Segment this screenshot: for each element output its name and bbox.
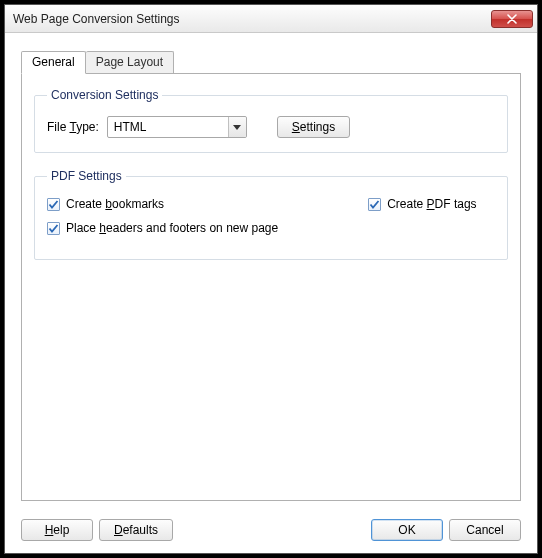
create-pdf-tags-label: Create PDF tags (387, 197, 476, 211)
help-button[interactable]: Help (21, 519, 93, 541)
create-bookmarks-label: Create bookmarks (66, 197, 164, 211)
close-icon (507, 14, 517, 24)
window-title: Web Page Conversion Settings (13, 12, 491, 26)
dialog-footer: Help Defaults OK Cancel (5, 511, 537, 553)
cancel-button[interactable]: Cancel (449, 519, 521, 541)
dialog-content: General Page Layout Conversion Settings … (5, 33, 537, 511)
ok-button[interactable]: OK (371, 519, 443, 541)
pdf-settings-legend: PDF Settings (47, 169, 126, 183)
create-bookmarks-row: Create bookmarks (47, 197, 278, 211)
defaults-button[interactable]: Defaults (99, 519, 173, 541)
titlebar: Web Page Conversion Settings (5, 5, 537, 33)
headers-footers-row: Place headers and footers on new page (47, 221, 278, 235)
conversion-settings-legend: Conversion Settings (47, 88, 162, 102)
chevron-down-icon (233, 125, 241, 130)
tab-page-layout-label: Page Layout (96, 55, 163, 69)
tab-panel-general: Conversion Settings File Type: HTML Sett… (21, 73, 521, 501)
tab-strip: General Page Layout (21, 51, 521, 73)
create-bookmarks-checkbox[interactable] (47, 198, 60, 211)
tab-page-layout[interactable]: Page Layout (86, 51, 174, 73)
check-icon (48, 199, 59, 210)
file-type-dropdown-button[interactable] (228, 117, 246, 137)
create-pdf-tags-checkbox[interactable] (368, 198, 381, 211)
file-type-label: File Type: (47, 120, 99, 134)
tab-general[interactable]: General (21, 51, 86, 74)
close-button[interactable] (491, 10, 533, 28)
file-type-value: HTML (107, 116, 247, 138)
check-icon (48, 223, 59, 234)
file-type-select[interactable]: HTML (107, 116, 247, 138)
pdf-settings-group: PDF Settings Create bookmarks (34, 169, 508, 260)
headers-footers-checkbox[interactable] (47, 222, 60, 235)
dialog-window: Web Page Conversion Settings General Pag… (4, 4, 538, 554)
check-icon (369, 199, 380, 210)
headers-footers-label: Place headers and footers on new page (66, 221, 278, 235)
settings-button[interactable]: Settings (277, 116, 350, 138)
conversion-settings-group: Conversion Settings File Type: HTML Sett… (34, 88, 508, 153)
tab-general-label: General (32, 55, 75, 69)
create-pdf-tags-row: Create PDF tags (368, 197, 476, 211)
